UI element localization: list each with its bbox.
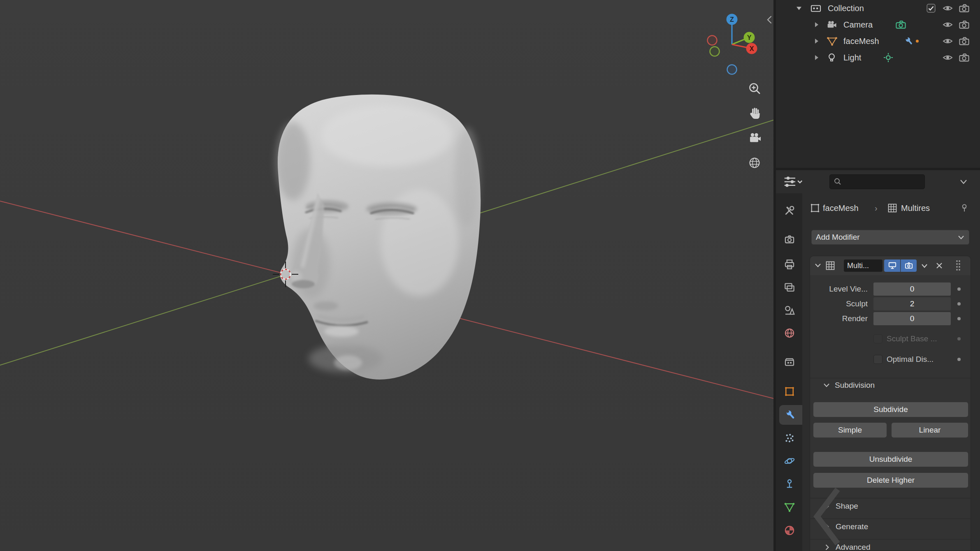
chevron-left-icon xyxy=(764,12,773,28)
pin-icon[interactable] xyxy=(959,203,969,213)
subdivide-simple-button[interactable]: Simple xyxy=(813,423,887,438)
eye-icon[interactable] xyxy=(942,4,953,12)
disclosure-collapsed-icon[interactable] xyxy=(814,21,819,28)
tab-object[interactable] xyxy=(778,382,801,401)
outliner-row-light[interactable]: Light xyxy=(776,49,980,66)
add-modifier-button[interactable]: Add Modifier xyxy=(811,230,969,245)
camera-label[interactable]: Camera xyxy=(843,20,873,30)
search-icon xyxy=(834,178,842,186)
sculpt-base-mesh-checkbox[interactable] xyxy=(873,334,882,343)
light-data-icon[interactable] xyxy=(883,52,894,63)
display-in-viewport-toggle[interactable] xyxy=(884,259,900,272)
3d-viewport[interactable]: Z Y X xyxy=(0,0,773,551)
multires-grid-icon xyxy=(887,203,898,213)
optimal-display-checkbox[interactable] xyxy=(873,355,882,364)
outliner-row-facemesh[interactable]: faceMesh xyxy=(776,33,980,49)
levels-viewport-label: Level Vie... xyxy=(829,285,868,294)
tab-constraints[interactable] xyxy=(778,474,801,494)
tab-modifiers[interactable] xyxy=(779,405,802,425)
breadcrumb-data-name[interactable]: Multires xyxy=(901,204,930,213)
view-axis-gizmo[interactable]: Z Y X xyxy=(699,7,765,76)
editor-type-button[interactable] xyxy=(783,176,804,188)
tab-view-layer[interactable] xyxy=(778,278,801,297)
animate-dot[interactable] xyxy=(957,287,961,291)
animate-dot[interactable] xyxy=(957,337,961,340)
panel-expanded-chevron-icon[interactable] xyxy=(814,263,822,268)
tab-tool[interactable] xyxy=(778,201,801,220)
toggle-grid-button[interactable] xyxy=(745,153,764,173)
render-levels-row: Render 0 xyxy=(810,312,971,326)
levels-viewport-field[interactable]: 0 xyxy=(873,282,951,296)
subdivide-label: Subdivide xyxy=(873,405,908,414)
tab-scene[interactable] xyxy=(778,300,801,320)
pan-view-button[interactable] xyxy=(745,104,764,123)
sculpt-base-mesh-row: Sculpt Base ... xyxy=(810,332,971,346)
outliner-row-camera[interactable]: Camera xyxy=(776,16,980,33)
animate-dot[interactable] xyxy=(957,358,961,361)
search-input[interactable] xyxy=(842,177,917,187)
generate-section-header[interactable]: Generate xyxy=(810,519,971,535)
animate-dot[interactable] xyxy=(957,302,961,306)
sculpt-levels-row: Sculpt 2 xyxy=(810,297,971,311)
pan-hand-icon xyxy=(746,105,763,122)
zoom-button[interactable] xyxy=(745,79,764,99)
modifier-wrench-icon[interactable] xyxy=(902,34,916,48)
sidebar-collapse-arrow[interactable] xyxy=(764,12,773,28)
drag-handle-icon[interactable] xyxy=(955,259,961,272)
eye-icon[interactable] xyxy=(942,53,953,62)
modifier-header[interactable]: Multi... xyxy=(810,256,971,275)
header-options-caret[interactable] xyxy=(959,178,968,185)
disclosure-collapsed-icon[interactable] xyxy=(814,38,819,44)
facemesh-label[interactable]: faceMesh xyxy=(843,37,879,46)
eye-icon[interactable] xyxy=(942,21,953,29)
delete-higher-label: Delete Higher xyxy=(867,476,915,485)
sculpt-levels-field[interactable]: 2 xyxy=(873,297,951,310)
tab-particles[interactable] xyxy=(778,428,801,448)
subdivide-linear-button[interactable]: Linear xyxy=(892,423,968,438)
tab-render[interactable] xyxy=(778,230,801,250)
light-label[interactable]: Light xyxy=(843,53,861,63)
modifier-extras-caret-icon[interactable] xyxy=(920,263,929,269)
collection-label[interactable]: Collection xyxy=(828,4,864,13)
shape-section-label: Shape xyxy=(836,502,858,511)
subdivision-section-header[interactable]: Subdivision xyxy=(810,378,971,392)
subdivide-button[interactable]: Subdivide xyxy=(813,402,968,417)
breadcrumb-object-name[interactable]: faceMesh xyxy=(823,204,859,213)
disclosure-expanded-icon[interactable] xyxy=(796,6,802,11)
outliner-row-collection[interactable]: Collection xyxy=(776,0,980,16)
outliner-panel[interactable]: Collection Camera xyxy=(776,0,980,168)
axis-x-label: X xyxy=(750,45,754,52)
tab-output[interactable] xyxy=(778,255,801,274)
tab-collection[interactable] xyxy=(778,352,801,372)
tab-data[interactable] xyxy=(778,498,801,517)
delete-higher-button[interactable]: Delete Higher xyxy=(813,473,968,488)
disclosure-collapsed-icon[interactable] xyxy=(814,54,819,61)
close-icon[interactable] xyxy=(935,262,943,270)
advanced-section-header[interactable]: Advanced xyxy=(810,539,971,551)
shape-section-header[interactable]: Shape xyxy=(810,498,971,514)
checkbox-checked-icon[interactable] xyxy=(927,4,936,13)
eye-icon[interactable] xyxy=(942,37,953,45)
modifier-name-field[interactable]: Multi... xyxy=(844,259,882,272)
camera-visibility-icon[interactable] xyxy=(959,4,970,13)
render-levels-field[interactable]: 0 xyxy=(873,312,951,325)
tab-physics[interactable] xyxy=(778,451,801,471)
chevron-down-icon xyxy=(957,235,965,240)
output-icon xyxy=(783,258,796,271)
camera-visibility-icon[interactable] xyxy=(959,37,970,46)
properties-editor[interactable]: faceMesh › Multires Add Modifier xyxy=(776,170,980,551)
camera-data-icon[interactable] xyxy=(895,20,906,30)
camera-view-button[interactable] xyxy=(745,128,764,148)
tab-world[interactable] xyxy=(778,323,801,343)
levels-viewport-value: 0 xyxy=(910,285,915,294)
camera-visibility-icon[interactable] xyxy=(959,20,970,30)
camera-object-icon xyxy=(826,20,837,30)
animate-dot[interactable] xyxy=(957,317,961,320)
camera-visibility-icon[interactable] xyxy=(959,53,970,63)
tab-material[interactable] xyxy=(778,521,801,540)
search-box[interactable] xyxy=(829,174,925,189)
unsubdivide-button[interactable]: Unsubdivide xyxy=(813,452,968,467)
face-mesh-object[interactable] xyxy=(276,95,481,380)
display-in-render-toggle[interactable] xyxy=(901,259,917,272)
section-collapsed-chevron-icon xyxy=(825,523,829,530)
